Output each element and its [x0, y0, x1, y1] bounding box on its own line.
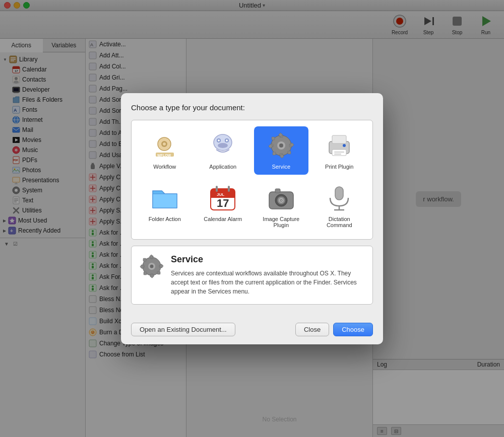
svg-point-116	[226, 139, 228, 141]
svg-rect-135	[334, 152, 344, 153]
close-button[interactable]: Close	[295, 323, 329, 336]
modal-overlay: Choose a type for your document:	[0, 0, 504, 437]
svg-point-117	[218, 143, 228, 148]
calendar-alarm-icon: 17 JUL	[209, 184, 237, 212]
svg-point-112	[214, 134, 232, 151]
svg-text:JUL: JUL	[217, 192, 224, 197]
desc-title: Service	[171, 254, 364, 265]
folder-action-icon	[151, 184, 179, 212]
service-icon	[267, 131, 295, 160]
doc-type-print-plugin[interactable]: Print Plugin	[312, 126, 367, 175]
print-plugin-icon	[325, 131, 353, 160]
doc-type-application[interactable]: Application	[196, 126, 250, 175]
dictation-icon	[325, 184, 353, 212]
svg-rect-126	[273, 152, 276, 155]
svg-rect-124	[288, 151, 291, 154]
svg-rect-165	[143, 258, 146, 261]
choose-button[interactable]: Choose	[333, 323, 373, 336]
desc-text: Services are contextual workflows availa…	[171, 269, 364, 296]
svg-point-131	[279, 143, 283, 148]
svg-rect-136	[334, 154, 341, 155]
svg-rect-151	[275, 189, 280, 193]
image-capture-label: Image Capture Plugin	[258, 216, 304, 228]
application-icon	[209, 131, 237, 160]
dictation-label: Dictation Command	[317, 216, 363, 228]
svg-rect-133	[332, 135, 346, 143]
svg-text:WFLOW: WFLOW	[157, 154, 171, 157]
application-label: Application	[209, 164, 236, 170]
workflow-label: Workflow	[153, 164, 176, 170]
modal-body: Choose a type for your document:	[121, 93, 383, 323]
svg-point-109	[163, 142, 166, 145]
svg-point-115	[218, 139, 220, 141]
calendar-alarm-label: Calendar Alarm	[204, 216, 242, 222]
modal-dialog: Choose a type for your document:	[121, 93, 383, 344]
modal-title: Choose a type for your document:	[131, 103, 373, 112]
svg-rect-163	[144, 272, 147, 275]
modal-footer: Open an Existing Document... Close Choos…	[121, 323, 383, 344]
doc-type-folder-action[interactable]: Folder Action	[138, 179, 192, 233]
desc-content: Service Services are contextual workflow…	[171, 254, 364, 296]
print-plugin-label: Print Plugin	[325, 164, 353, 170]
svg-point-137	[343, 144, 346, 147]
svg-rect-128	[272, 137, 275, 140]
doc-type-calendar-alarm[interactable]: 17 JUL Calendar Alarm	[196, 179, 250, 233]
svg-rect-142	[216, 186, 218, 192]
doc-type-workflow[interactable]: WFLOW Workflow	[138, 126, 192, 175]
svg-rect-152	[335, 187, 343, 200]
desc-gear-icon	[140, 254, 164, 278]
doc-type-image-capture[interactable]: Image Capture Plugin	[254, 179, 308, 233]
workflow-icon: WFLOW	[151, 131, 179, 160]
doc-type-service[interactable]: Service	[254, 126, 308, 175]
folder-action-label: Folder Action	[149, 216, 181, 222]
service-label: Service	[272, 164, 290, 170]
doc-type-dictation[interactable]: Dictation Command	[312, 179, 367, 233]
description-box: Service Services are contextual workflow…	[131, 246, 373, 305]
doc-type-grid: WFLOW Workflow	[131, 120, 373, 240]
svg-rect-143	[228, 186, 230, 192]
image-capture-icon	[267, 184, 295, 212]
svg-rect-161	[157, 271, 160, 274]
svg-point-150	[281, 200, 282, 201]
svg-point-168	[150, 264, 154, 268]
open-existing-button[interactable]: Open an Existing Document...	[131, 323, 235, 336]
modal-footer-right: Close Choose	[295, 323, 373, 336]
svg-text:17: 17	[217, 197, 229, 209]
